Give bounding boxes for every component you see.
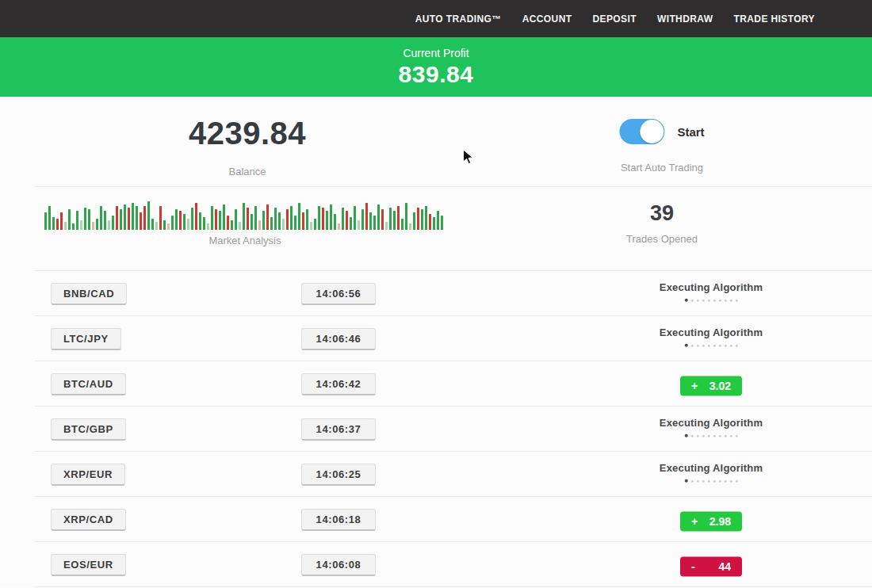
nav-item[interactable]: WITHDRAW xyxy=(657,13,713,25)
trade-pair-badge: BNB/CAD xyxy=(51,283,127,305)
trade-status-executing: Executing Algorithm xyxy=(660,326,763,347)
chart-bar xyxy=(84,208,86,230)
chart-bar xyxy=(441,216,443,230)
balance-block: 4239.84 Balance xyxy=(189,116,306,178)
trade-loss-badge: -44 xyxy=(680,556,742,576)
progress-dot xyxy=(697,299,699,301)
nav-item[interactable]: DEPOSIT xyxy=(592,13,636,25)
progress-dot xyxy=(691,479,694,482)
chart-bar xyxy=(140,212,142,230)
trade-pair-badge: EOS/EUR xyxy=(51,554,126,576)
chart-bar xyxy=(147,201,150,230)
chart-bar xyxy=(417,208,419,230)
nav-item[interactable]: TRADE HISTORY xyxy=(733,13,815,25)
progress-dot xyxy=(702,299,705,301)
executing-progress-dots xyxy=(660,479,763,483)
trade-list: BNB/CAD 14:06:56 Executing Algorithm LTC… xyxy=(0,271,872,587)
chart-bar xyxy=(334,214,336,230)
trade-result: Executing Algorithm xyxy=(660,283,763,304)
progress-dot xyxy=(719,344,721,346)
chart-bar xyxy=(227,216,229,230)
chart-bar xyxy=(195,203,197,230)
progress-dot xyxy=(736,344,738,346)
chart-bar xyxy=(306,209,308,230)
trade-pair-badge: BTC/AUD xyxy=(51,373,126,395)
chart-bar xyxy=(100,206,102,230)
current-profit-label: Current Profit xyxy=(403,47,469,59)
market-analysis-label: Market Analysis xyxy=(44,235,446,246)
chart-bar xyxy=(385,222,388,230)
trades-opened-value: 39 xyxy=(626,201,698,226)
balance-label: Balance xyxy=(189,166,306,178)
trades-opened-caption: Trades Opened xyxy=(626,233,698,245)
chart-bar xyxy=(44,212,47,230)
progress-dot xyxy=(708,434,710,437)
chart-bar xyxy=(183,214,185,230)
chart-bar xyxy=(56,219,59,230)
chart-bar xyxy=(354,206,356,230)
chart-bar xyxy=(96,219,98,230)
chart-bar xyxy=(377,204,380,230)
chart-bar xyxy=(167,223,170,230)
progress-dot xyxy=(725,479,727,482)
toggle-start-label: Start xyxy=(677,125,704,139)
chart-bar xyxy=(262,211,265,230)
nav-item[interactable]: ACCOUNT xyxy=(522,13,572,25)
chart-bar xyxy=(72,223,75,230)
chart-bar xyxy=(88,209,90,230)
chart-bar xyxy=(381,209,384,230)
trade-time-badge: 14:06:56 xyxy=(301,283,376,305)
trade-time-badge: 14:06:46 xyxy=(301,328,376,350)
top-nav: AUTO TRADING™ACCOUNTDEPOSITWITHDRAWTRADE… xyxy=(0,0,872,37)
stats-row-market: Market Analysis 39 Trades Opened xyxy=(0,187,872,270)
progress-dot xyxy=(713,344,716,346)
progress-dot xyxy=(685,479,688,483)
chart-bar xyxy=(68,209,71,230)
auto-trading-block: Start Start Auto Trading xyxy=(619,119,704,174)
chart-bar xyxy=(433,217,435,230)
trade-pair-badge: LTC/JPY xyxy=(51,328,121,350)
progress-dot xyxy=(736,299,738,301)
trade-row: BTC/AUD 14:06:42 +3.02 xyxy=(0,361,872,407)
chart-bar xyxy=(413,212,415,230)
chart-bar xyxy=(278,212,281,230)
chart-bar xyxy=(163,220,166,230)
chart-bar xyxy=(338,223,340,230)
progress-dot xyxy=(702,479,705,482)
chart-bar xyxy=(310,222,312,230)
chart-bar xyxy=(350,217,352,230)
chart-bar xyxy=(346,211,348,230)
progress-dot xyxy=(736,479,738,482)
trade-result: +3.02 xyxy=(680,374,742,394)
chart-bar xyxy=(270,217,273,230)
chart-bar xyxy=(52,217,55,230)
chart-bar xyxy=(298,203,300,230)
chart-bar xyxy=(342,208,344,230)
chart-bar xyxy=(318,206,320,230)
nav-item[interactable]: AUTO TRADING™ xyxy=(415,13,502,25)
chart-bar xyxy=(314,219,316,230)
chart-bar xyxy=(60,212,63,230)
progress-dot xyxy=(697,434,699,437)
trade-time-badge: 14:06:37 xyxy=(301,418,376,441)
progress-dot xyxy=(713,479,716,482)
auto-trading-toggle[interactable] xyxy=(619,119,664,144)
chart-bar xyxy=(231,220,233,230)
chart-bar xyxy=(179,211,182,230)
trade-profit-badge: +3.02 xyxy=(680,376,742,395)
market-analysis-chart xyxy=(44,200,446,230)
chart-bar xyxy=(421,209,423,230)
chart-bar xyxy=(302,212,304,230)
trade-time-badge: 14:06:42 xyxy=(301,373,376,395)
current-profit-value: 839.84 xyxy=(399,61,474,88)
chart-bar xyxy=(159,206,162,230)
progress-dot xyxy=(730,344,732,346)
chart-bar xyxy=(92,222,94,230)
auto-trading-caption: Start Auto Trading xyxy=(619,162,704,174)
chart-bar xyxy=(80,220,82,230)
chart-bar xyxy=(393,211,396,230)
executing-progress-dots xyxy=(660,299,763,302)
chart-bar xyxy=(136,206,138,230)
trade-status-executing: Executing Algorithm xyxy=(660,281,763,302)
chart-bar xyxy=(191,208,193,230)
